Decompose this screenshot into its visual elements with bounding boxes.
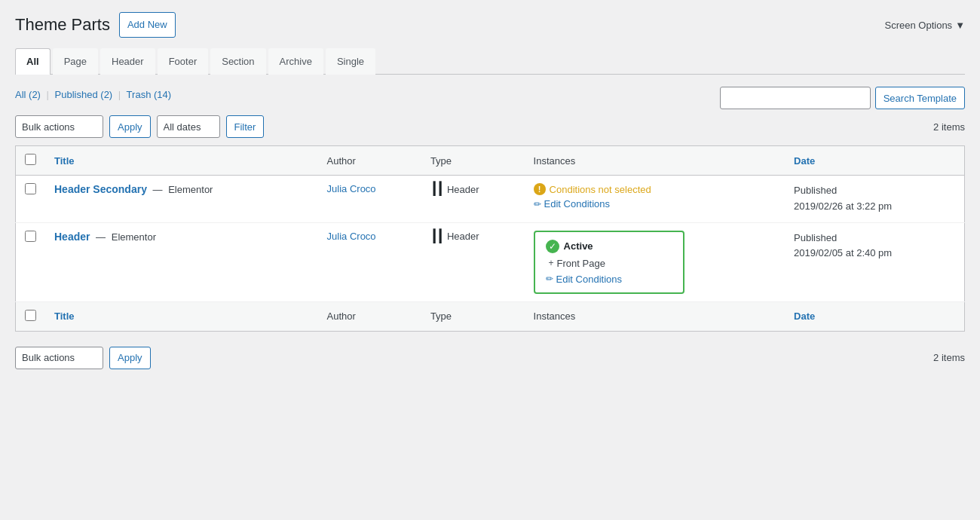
- row1-instances-cell: ! Conditions not selected ✏ Edit Conditi…: [525, 176, 785, 223]
- row1-type-cell: ┃┃ Header: [421, 176, 525, 223]
- tfoot-author: Author: [318, 301, 421, 331]
- select-all-checkbox[interactable]: [25, 154, 36, 165]
- search-area: Search Template: [720, 87, 965, 109]
- search-input[interactable]: [720, 87, 871, 109]
- add-new-button[interactable]: Add New: [119, 12, 176, 38]
- row1-conditions-warning: ! Conditions not selected: [534, 183, 776, 195]
- bulk-row-bottom: Bulk actions Edit Move to Trash Apply: [15, 347, 151, 369]
- row1-pencil-icon: ✏: [534, 199, 541, 210]
- items-count-bottom: 2 items: [933, 352, 965, 363]
- row1-warning-icon: !: [534, 183, 546, 195]
- th-author: Author: [318, 146, 421, 176]
- row2-checkbox-cell: [16, 222, 46, 301]
- row2-active-box: ✓ Active + Front Page ✏ Edit Conditions: [534, 231, 684, 294]
- th-instances: Instances: [525, 146, 785, 176]
- items-count-top: 2 items: [933, 121, 965, 133]
- filter-published-link[interactable]: Published (2): [55, 89, 113, 100]
- table-footer-row: Title Author Type Instances Date: [16, 301, 965, 331]
- filter-button[interactable]: Filter: [226, 115, 265, 138]
- row2-author-link[interactable]: Julia Croco: [327, 231, 376, 242]
- th-title[interactable]: Title: [45, 146, 318, 176]
- row1-edit-conditions-link[interactable]: ✏ Edit Conditions: [534, 198, 776, 210]
- row1-title-cell: Header Secondary — Elementor: [45, 176, 318, 223]
- row2-title-cell: Header — Elementor: [45, 222, 318, 301]
- row2-instances-cell: ✓ Active + Front Page ✏ Edit Conditions: [525, 222, 785, 301]
- tabs-bar: All Page Header Footer Section Archive S…: [15, 48, 965, 75]
- bottom-bar: Bulk actions Edit Move to Trash Apply 2 …: [15, 339, 965, 369]
- row2-elementor-icon: ┃┃: [430, 231, 443, 243]
- row2-author-cell: Julia Croco: [318, 222, 421, 301]
- tab-all[interactable]: All: [15, 48, 51, 75]
- tab-header[interactable]: Header: [100, 48, 155, 75]
- select-all-bottom-checkbox[interactable]: [25, 310, 36, 321]
- bulk-row-top: Bulk actions Edit Move to Trash Apply Al…: [15, 115, 965, 138]
- row2-pencil-icon: ✏: [546, 274, 553, 284]
- bulk-actions-select-bottom[interactable]: Bulk actions Edit Move to Trash: [15, 347, 103, 369]
- tab-page[interactable]: Page: [53, 48, 98, 75]
- th-checkbox: [16, 146, 46, 176]
- row1-checkbox[interactable]: [25, 183, 36, 194]
- row1-author-cell: Julia Croco: [318, 176, 421, 223]
- row1-published-label: Published: [794, 185, 837, 196]
- row1-author-link[interactable]: Julia Croco: [327, 183, 376, 194]
- dates-select[interactable]: All dates: [157, 115, 220, 138]
- chevron-down-icon: ▼: [955, 20, 965, 31]
- th-date[interactable]: Date: [785, 146, 964, 176]
- tfoot-type: Type: [421, 301, 525, 331]
- row1-date-value: 2019/02/26 at 3:22 pm: [794, 200, 892, 212]
- tab-footer[interactable]: Footer: [158, 48, 209, 75]
- row1-title-suffix: Elementor: [168, 184, 213, 195]
- row2-title-suffix: Elementor: [112, 231, 156, 243]
- tab-archive[interactable]: Archive: [268, 48, 323, 75]
- screen-options-button[interactable]: Screen Options ▼: [885, 20, 965, 31]
- row1-elementor-icon: ┃┃: [430, 183, 443, 195]
- apply-button-bottom[interactable]: Apply: [109, 347, 151, 369]
- row2-front-page: + Front Page: [549, 258, 672, 269]
- row1-type-label: Header: [447, 184, 479, 195]
- filter-links: All (2) | Published (2) | Trash (14): [15, 89, 171, 100]
- row1-checkbox-cell: [16, 176, 46, 223]
- filter-trash-link[interactable]: Trash (14): [127, 89, 171, 100]
- page-title-area: Theme Parts Add New: [15, 12, 176, 38]
- table-row: Header — Elementor Julia Croco ┃┃ Header: [16, 222, 965, 301]
- row2-edit-conditions-link[interactable]: ✏ Edit Conditions: [546, 274, 672, 285]
- row2-date-cell: Published 2019/02/05 at 2:40 pm: [785, 222, 964, 301]
- apply-button-top[interactable]: Apply: [109, 115, 151, 138]
- row2-type-label: Header: [447, 231, 479, 242]
- row2-date-value: 2019/02/05 at 2:40 pm: [794, 247, 892, 258]
- row2-title-link[interactable]: Header: [54, 231, 90, 243]
- top-filter-row: All (2) | Published (2) | Trash (14) Sea…: [15, 87, 965, 109]
- tab-section[interactable]: Section: [210, 48, 265, 75]
- tfoot-checkbox: [16, 301, 46, 331]
- row1-title-link[interactable]: Header Secondary: [54, 183, 147, 195]
- bulk-actions-select-top[interactable]: Bulk actions Edit Move to Trash: [15, 115, 103, 138]
- tab-single[interactable]: Single: [326, 48, 375, 75]
- top-bar: Theme Parts Add New Screen Options ▼: [15, 12, 965, 38]
- main-table: Title Author Type Instances Date Header …: [15, 145, 965, 332]
- row1-warning-text: Conditions not selected: [550, 184, 651, 195]
- row2-front-page-label: Front Page: [557, 258, 605, 269]
- row2-active-label: Active: [564, 240, 593, 252]
- search-template-button[interactable]: Search Template: [875, 87, 965, 109]
- tfoot-title[interactable]: Title: [45, 301, 318, 331]
- row2-published-label: Published: [794, 232, 837, 243]
- row2-active-status: ✓ Active: [546, 240, 672, 253]
- tfoot-instances: Instances: [525, 301, 785, 331]
- th-type: Type: [421, 146, 525, 176]
- row2-separator: —: [96, 231, 106, 243]
- row1-separator: —: [153, 184, 163, 195]
- row1-date-cell: Published 2019/02/26 at 3:22 pm: [785, 176, 964, 223]
- page-title: Theme Parts: [15, 14, 110, 37]
- tfoot-date[interactable]: Date: [785, 301, 964, 331]
- filter-all-link[interactable]: All (2): [15, 89, 41, 100]
- row2-plus-icon: +: [549, 258, 554, 268]
- row2-checkbox[interactable]: [25, 231, 36, 242]
- page-wrapper: Theme Parts Add New Screen Options ▼ All…: [0, 0, 980, 520]
- table-row: Header Secondary — Elementor Julia Croco…: [16, 176, 965, 223]
- row2-type-cell: ┃┃ Header: [421, 222, 525, 301]
- row2-check-icon: ✓: [546, 240, 559, 253]
